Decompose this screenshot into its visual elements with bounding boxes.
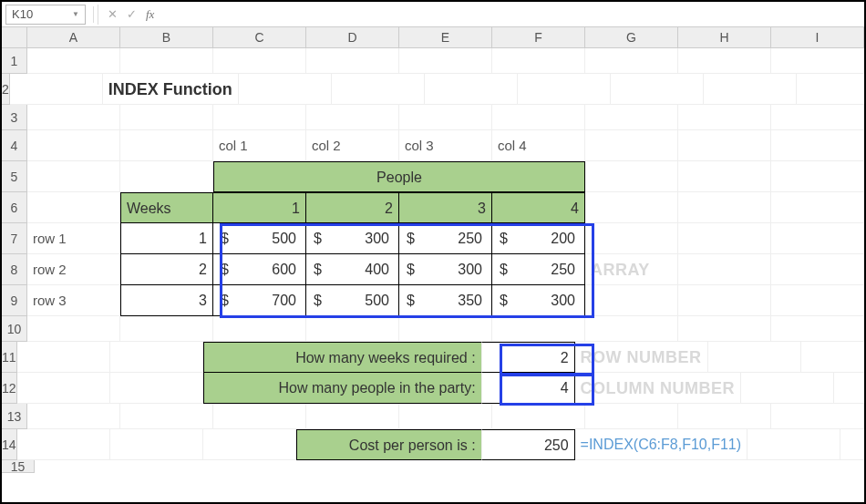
rowhdr-8[interactable]: 8 bbox=[2, 254, 27, 285]
cell-B12[interactable] bbox=[110, 373, 203, 404]
cell-F1[interactable] bbox=[492, 48, 585, 74]
cell-C14[interactable] bbox=[203, 429, 296, 460]
col-label-4[interactable]: col 4 bbox=[492, 130, 585, 161]
cell-B4[interactable] bbox=[120, 130, 213, 161]
cell-G9[interactable] bbox=[585, 285, 678, 316]
cell-G10[interactable] bbox=[585, 316, 678, 342]
rowhdr-1[interactable]: 1 bbox=[2, 48, 27, 74]
colhdr-C[interactable]: C bbox=[213, 27, 306, 47]
cell-A13[interactable] bbox=[27, 404, 120, 429]
cell-B1[interactable] bbox=[120, 48, 213, 74]
cell-H7[interactable] bbox=[678, 223, 771, 254]
week-2[interactable]: 2 bbox=[120, 254, 213, 285]
col-num-3[interactable]: 3 bbox=[399, 192, 492, 223]
cell-D7[interactable]: $300 bbox=[306, 223, 399, 254]
cell-C10[interactable] bbox=[213, 316, 306, 342]
rowhdr-6[interactable]: 6 bbox=[2, 192, 27, 223]
cell-D10[interactable] bbox=[306, 316, 399, 342]
cell-I7[interactable] bbox=[771, 223, 864, 254]
row-label-1[interactable]: row 1 bbox=[27, 223, 120, 254]
title-cell[interactable]: INDEX Function bbox=[103, 74, 239, 105]
cell-F10[interactable] bbox=[492, 316, 585, 342]
cancel-icon[interactable]: ✕ bbox=[108, 7, 118, 21]
cost-label[interactable]: Cost per person is : bbox=[296, 429, 482, 460]
people-header[interactable]: People bbox=[213, 161, 585, 192]
cell-A6[interactable] bbox=[27, 192, 120, 223]
cell-A12[interactable] bbox=[17, 373, 110, 404]
cell-E3[interactable] bbox=[399, 105, 492, 130]
cell-E7[interactable]: $250 bbox=[399, 223, 492, 254]
rowhdr-3[interactable]: 3 bbox=[2, 105, 27, 130]
cell-H12[interactable] bbox=[741, 373, 834, 404]
cell-G6[interactable] bbox=[585, 192, 678, 223]
row-label-2[interactable]: row 2 bbox=[27, 254, 120, 285]
cell-H10[interactable] bbox=[678, 316, 771, 342]
cell-D2[interactable] bbox=[332, 74, 425, 105]
cell-B11[interactable] bbox=[110, 342, 203, 373]
col-label-2[interactable]: col 2 bbox=[306, 130, 399, 161]
col-num-1[interactable]: 1 bbox=[213, 192, 306, 223]
colhdr-H[interactable]: H bbox=[678, 27, 771, 47]
cell-H14[interactable] bbox=[747, 429, 840, 460]
cell-I3[interactable] bbox=[771, 105, 864, 130]
cell-D3[interactable] bbox=[306, 105, 399, 130]
cell-E1[interactable] bbox=[399, 48, 492, 74]
cell-A2[interactable] bbox=[10, 74, 103, 105]
colhdr-D[interactable]: D bbox=[306, 27, 399, 47]
name-box[interactable]: K10 ▼ bbox=[5, 5, 86, 25]
rowhdr-9[interactable]: 9 bbox=[2, 285, 27, 316]
cell-A14[interactable] bbox=[17, 429, 110, 460]
cell-C8[interactable]: $600 bbox=[213, 254, 306, 285]
cell-G2[interactable] bbox=[611, 74, 704, 105]
colhdr-I[interactable]: I bbox=[771, 27, 864, 47]
select-all-corner[interactable] bbox=[2, 27, 27, 47]
colhdr-E[interactable]: E bbox=[399, 27, 492, 47]
cell-E13[interactable] bbox=[399, 404, 492, 429]
q2-value[interactable]: 4 bbox=[482, 373, 575, 404]
rowhdr-13[interactable]: 13 bbox=[2, 404, 27, 429]
cell-H6[interactable] bbox=[678, 192, 771, 223]
accept-icon[interactable]: ✓ bbox=[127, 7, 137, 21]
col-label-3[interactable]: col 3 bbox=[399, 130, 492, 161]
col-label-1[interactable]: col 1 bbox=[213, 130, 306, 161]
cell-I12[interactable] bbox=[834, 373, 866, 404]
week-1[interactable]: 1 bbox=[120, 223, 213, 254]
cell-C7[interactable]: $500 bbox=[213, 223, 306, 254]
cell-A11[interactable] bbox=[17, 342, 110, 373]
cell-C3[interactable] bbox=[213, 105, 306, 130]
cell-A3[interactable] bbox=[27, 105, 120, 130]
cell-B13[interactable] bbox=[120, 404, 213, 429]
cell-F13[interactable] bbox=[492, 404, 585, 429]
weeks-header[interactable]: Weeks bbox=[120, 192, 213, 223]
colhdr-B[interactable]: B bbox=[120, 27, 213, 47]
week-3[interactable]: 3 bbox=[120, 285, 213, 316]
cell-I10[interactable] bbox=[771, 316, 864, 342]
cell-D13[interactable] bbox=[306, 404, 399, 429]
cell-E8[interactable]: $300 bbox=[399, 254, 492, 285]
cell-F2[interactable] bbox=[518, 74, 611, 105]
cell-D8[interactable]: $400 bbox=[306, 254, 399, 285]
col-num-4[interactable]: 4 bbox=[492, 192, 585, 223]
rowhdr-4[interactable]: 4 bbox=[2, 130, 27, 161]
cell-I8[interactable] bbox=[771, 254, 864, 285]
cost-value[interactable]: 250 bbox=[482, 429, 575, 460]
rowhdr-11[interactable]: 11 bbox=[2, 342, 17, 373]
formula-input[interactable] bbox=[163, 5, 864, 25]
cell-A1[interactable] bbox=[27, 48, 120, 74]
cell-C1[interactable] bbox=[213, 48, 306, 74]
cell-F8[interactable]: $250 bbox=[492, 254, 585, 285]
cell-C9[interactable]: $700 bbox=[213, 285, 306, 316]
cell-H1[interactable] bbox=[678, 48, 771, 74]
cell-E10[interactable] bbox=[399, 316, 492, 342]
q1-label[interactable]: How many weeks required : bbox=[203, 342, 482, 373]
cell-B10[interactable] bbox=[120, 316, 213, 342]
rowhdr-2[interactable]: 2 bbox=[2, 74, 10, 105]
cell-H8[interactable] bbox=[678, 254, 771, 285]
col-num-2[interactable]: 2 bbox=[306, 192, 399, 223]
cell-B14[interactable] bbox=[110, 429, 203, 460]
cell-G5[interactable] bbox=[585, 161, 678, 192]
rowhdr-12[interactable]: 12 bbox=[2, 373, 17, 404]
rowhdr-10[interactable]: 10 bbox=[2, 316, 27, 342]
cell-C13[interactable] bbox=[213, 404, 306, 429]
cell-D9[interactable]: $500 bbox=[306, 285, 399, 316]
